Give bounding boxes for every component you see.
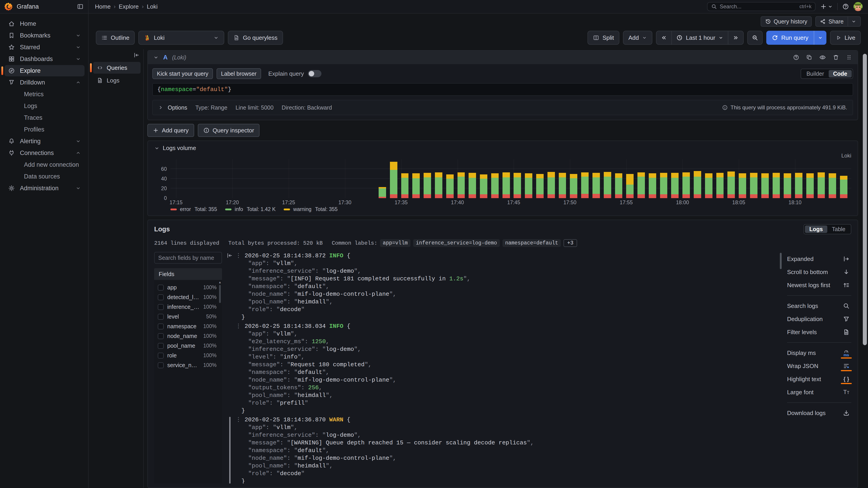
volume-bar[interactable] [548,172,555,198]
volume-bar[interactable] [469,173,476,198]
outline-button[interactable]: Outline [96,31,135,45]
field-checkbox[interactable] [158,314,164,320]
volume-bar[interactable] [817,172,825,198]
control-search-logs[interactable]: Search logs [787,300,851,312]
chevron-down-icon[interactable] [75,33,81,38]
volume-bar[interactable] [750,173,757,198]
volume-bar[interactable] [784,173,791,198]
volume-bar[interactable] [491,173,499,198]
volume-bar[interactable] [705,173,712,198]
volume-bar[interactable] [525,173,532,198]
log-row-menu-icon[interactable]: ⋮ [236,252,241,259]
field-row-detected-level[interactable]: detected_level100% [154,292,222,302]
volume-bar[interactable] [840,176,847,198]
options-expand-icon[interactable] [158,105,163,110]
volume-bar[interactable] [615,173,622,198]
field-row-pool-name[interactable]: pool_name100% [154,341,222,351]
control-deduplication[interactable]: Deduplication [787,313,851,325]
split-button[interactable]: Split [587,31,619,45]
log-list-scrollbar[interactable] [779,252,782,484]
run-query-button[interactable]: Run query [766,31,827,45]
sidebar-item-add-new-connection[interactable]: Add new connection [4,159,85,170]
volume-bar[interactable] [649,173,656,198]
volume-bar[interactable] [570,174,577,198]
fields-scroll-thumb[interactable] [219,285,221,303]
query-drag-handle-icon[interactable] [846,54,852,61]
chevron-down-icon[interactable] [75,186,81,191]
control-large-font[interactable]: Large fontTT [787,387,851,398]
sidebar-item-metrics[interactable]: Metrics [4,89,85,100]
volume-bar[interactable] [716,173,724,198]
breadcrumb-item-home[interactable]: Home [95,3,111,10]
control-display-ms[interactable]: Display msms [787,347,851,359]
sidebar-item-logs[interactable]: Logs [4,100,85,111]
volume-bar[interactable] [446,174,454,198]
breadcrumb-item-explore[interactable]: Explore [119,3,138,10]
volume-bar[interactable] [795,173,802,198]
control-expanded[interactable]: Expanded [787,253,851,265]
field-row-namespace[interactable]: namespace100% [154,322,222,331]
logs-volume-collapse-icon[interactable] [154,145,160,151]
avatar[interactable] [854,2,863,11]
sidebar-item-traces[interactable]: Traces [4,112,85,123]
log-row-menu-icon[interactable]: ⋮ [236,416,241,423]
chevron-down-icon[interactable] [75,56,81,62]
sidebar-item-home[interactable]: Home [4,18,85,29]
query-delete-icon[interactable] [833,54,839,61]
volume-bar[interactable] [424,173,431,198]
field-checkbox[interactable] [158,324,164,329]
field-checkbox[interactable] [158,333,164,339]
query-duplicate-icon[interactable] [806,54,812,61]
sidebar-item-administration[interactable]: Administration [4,183,85,194]
field-row-app[interactable]: app100% [154,283,222,292]
volume-bar[interactable] [773,173,780,198]
add-query-button[interactable]: Add query [147,124,194,137]
log-scroll-thumb[interactable] [780,253,782,269]
control-wrap-json[interactable]: Wrap JSON [787,360,851,372]
time-shift-forward-button[interactable] [728,31,743,44]
chevron-down-icon[interactable] [75,44,81,50]
fields-scrollbar[interactable]: ▲ [218,281,222,482]
sidebar-item-starred[interactable]: Starred [4,41,85,53]
volume-bar[interactable] [581,172,589,198]
volume-bar[interactable] [502,172,510,198]
add-menu-button[interactable] [820,3,833,10]
control-filter-levels[interactable]: Filter levels [787,326,851,338]
volume-bar[interactable] [761,173,769,198]
volume-bar[interactable] [638,172,645,198]
volume-bar[interactable] [412,173,420,198]
query-inspector-button[interactable]: Query inspector [198,124,260,137]
field-checkbox[interactable] [158,343,164,349]
subnav-collapse-icon[interactable] [93,51,141,62]
query-visibility-icon[interactable] [819,54,826,61]
query-row-header[interactable]: A (Loki) [148,51,858,64]
zoom-out-button[interactable] [747,31,763,45]
query-ref-id[interactable]: A [163,54,168,61]
chart-plot-area[interactable] [170,159,851,198]
log-entry[interactable]: ⋮2026-02-25 18:14:38.872 INFO {"app": "v… [236,252,775,321]
control-newest-logs-first[interactable]: Newest logs first [787,280,851,291]
field-checkbox[interactable] [158,304,164,310]
field-row-service-name[interactable]: service_name100% [154,360,222,370]
query-history-button[interactable]: Query history [761,16,812,27]
field-row-role[interactable]: role100% [154,351,222,360]
page-scrollbar[interactable] [863,53,867,488]
volume-bar[interactable] [727,171,735,198]
volume-bar[interactable] [390,162,397,198]
volume-bar[interactable] [682,172,690,198]
code-tab[interactable]: Code [829,70,852,77]
volume-bar[interactable] [694,171,701,198]
scroll-up-icon[interactable]: ▲ [218,281,222,284]
sidebar-item-bookmarks[interactable]: Bookmarks [4,30,85,41]
field-checkbox[interactable] [158,285,164,291]
log-entry[interactable]: ⋮2026-02-25 18:14:38.034 INFO {"app": "v… [236,322,775,415]
grafana-logo-icon[interactable] [4,2,13,11]
volume-bar[interactable] [626,174,633,198]
sidebar-item-drilldown[interactable]: Drilldown [4,77,85,88]
log-entry[interactable]: ⋮2026-02-25 18:14:36.870 WARN {"app": "v… [236,416,775,484]
live-button[interactable]: Live [830,31,861,45]
run-query-dropdown-icon[interactable] [814,31,827,45]
field-checkbox[interactable] [158,294,164,300]
time-shift-back-button[interactable] [656,31,672,44]
sidebar-collapse-icon[interactable] [77,3,84,10]
